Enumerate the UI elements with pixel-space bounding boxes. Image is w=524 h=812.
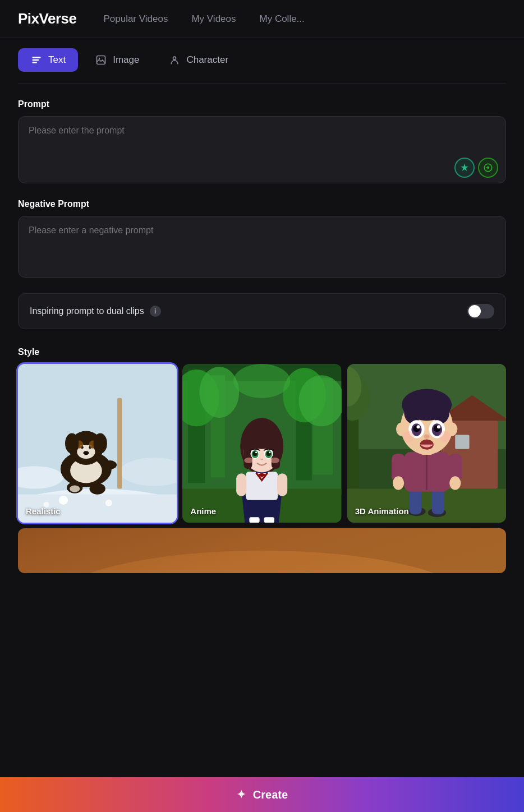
tab-text-label: Text — [48, 54, 66, 66]
info-icon[interactable]: i — [150, 306, 161, 317]
svg-point-92 — [432, 401, 449, 423]
negative-prompt-input[interactable] — [18, 216, 506, 278]
svg-point-55 — [264, 433, 277, 450]
style-section: Style — [18, 347, 506, 573]
svg-rect-76 — [347, 489, 506, 523]
character-tab-icon — [168, 54, 181, 66]
svg-point-103 — [403, 431, 414, 442]
toggle-section: Inspiring prompt to dual clips i — [18, 293, 506, 329]
svg-point-24 — [65, 433, 79, 453]
svg-rect-0 — [33, 57, 41, 58]
tab-image[interactable]: Image — [82, 48, 151, 72]
svg-point-99 — [416, 425, 420, 428]
style-card-realistic[interactable]: Realistic — [18, 364, 177, 523]
prompt-label: Prompt — [18, 99, 506, 109]
toggle-switch[interactable] — [467, 304, 494, 319]
svg-point-64 — [245, 458, 254, 463]
svg-point-4 — [99, 58, 100, 59]
prompt-section: Prompt — [18, 99, 506, 186]
svg-point-28 — [70, 486, 80, 492]
style-label: Style — [18, 347, 506, 357]
style-card-clay[interactable] — [18, 528, 506, 573]
svg-point-21 — [83, 451, 89, 455]
negative-prompt-section: Negative Prompt — [18, 199, 506, 280]
sparkle-icon: ✦ — [236, 787, 246, 802]
toggle-knob — [468, 305, 481, 317]
style-card-anime[interactable]: Anime — [182, 364, 341, 523]
main-content: Text Image Character Prompt — [0, 38, 524, 658]
svg-rect-75 — [455, 435, 469, 449]
ai-assist-button[interactable] — [454, 158, 475, 178]
svg-point-101 — [424, 434, 429, 439]
grammarly-button[interactable] — [478, 158, 498, 178]
svg-rect-47 — [236, 473, 246, 496]
realistic-bg — [18, 364, 177, 523]
toggle-label-text: Inspiring prompt to dual clips — [30, 306, 144, 316]
style-realistic-label: Realistic — [26, 506, 61, 516]
main-nav: Popular Videos My Videos My Colle... — [103, 13, 304, 25]
svg-point-100 — [437, 425, 440, 428]
style-grid-partial — [18, 528, 506, 573]
svg-rect-2 — [33, 62, 37, 63]
nav-my-collections[interactable]: My Colle... — [260, 13, 305, 25]
svg-rect-107 — [18, 528, 506, 573]
tab-image-label: Image — [113, 54, 139, 66]
svg-rect-66 — [250, 517, 260, 523]
svg-point-31 — [105, 500, 112, 506]
svg-rect-1 — [33, 59, 39, 61]
nav-popular-videos[interactable]: Popular Videos — [103, 13, 168, 25]
style-anime-label: Anime — [190, 506, 216, 516]
tab-character[interactable]: Character — [156, 48, 241, 72]
svg-point-104 — [439, 431, 451, 442]
svg-rect-67 — [264, 517, 274, 523]
svg-rect-48 — [277, 473, 287, 496]
svg-point-91 — [404, 401, 421, 423]
prompt-input[interactable] — [18, 116, 506, 183]
svg-point-27 — [89, 483, 105, 494]
tab-character-label: Character — [186, 54, 228, 66]
svg-point-30 — [59, 496, 68, 505]
svg-rect-12 — [117, 398, 122, 489]
anime-bg — [182, 364, 341, 523]
logo: PixVerse — [18, 10, 76, 27]
svg-point-43 — [233, 364, 290, 398]
svg-point-29 — [103, 460, 117, 469]
svg-point-102 — [420, 440, 433, 450]
style-card-3d[interactable]: 3D Animation — [347, 364, 506, 523]
create-button[interactable]: ✦ Create — [0, 777, 524, 812]
svg-point-63 — [269, 451, 271, 453]
style-3d-label: 3D Animation — [355, 506, 409, 516]
3d-bg — [347, 364, 506, 523]
style-grid: Realistic — [18, 364, 506, 523]
tab-bar: Text Image Character — [18, 38, 506, 84]
svg-point-85 — [449, 476, 461, 490]
svg-point-84 — [393, 476, 404, 490]
negative-prompt-label: Negative Prompt — [18, 199, 506, 209]
svg-point-65 — [270, 458, 279, 463]
nav-my-videos[interactable]: My Videos — [191, 13, 236, 25]
prompt-tools — [454, 158, 498, 178]
toggle-label-group: Inspiring prompt to dual clips i — [30, 306, 161, 317]
prompt-input-wrapper — [18, 116, 506, 186]
app-header: PixVerse Popular Videos My Videos My Col… — [0, 0, 524, 38]
image-tab-icon — [95, 54, 107, 66]
create-button-label: Create — [253, 788, 288, 801]
svg-point-62 — [255, 451, 257, 453]
svg-point-25 — [94, 433, 107, 453]
text-tab-icon — [30, 54, 43, 66]
svg-point-5 — [173, 57, 176, 59]
tab-text[interactable]: Text — [18, 48, 78, 72]
svg-point-40 — [200, 367, 240, 418]
